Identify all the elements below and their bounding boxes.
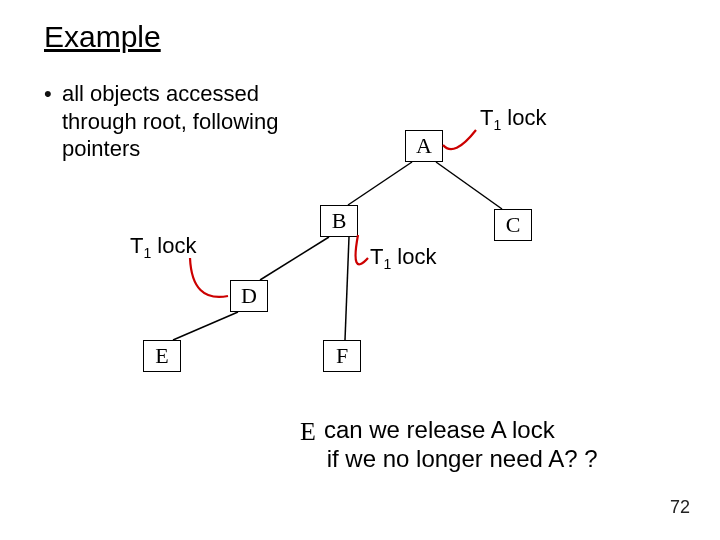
- tree-node-e: E: [143, 340, 181, 372]
- lock-label-d: T1 lock: [130, 233, 197, 261]
- svg-line-0: [348, 162, 412, 205]
- bullet-text: all objects accessed through root, follo…: [62, 80, 292, 163]
- tree-node-f: F: [323, 340, 361, 372]
- page-title: Example: [44, 20, 161, 54]
- tree-node-a: A: [405, 130, 443, 162]
- bullet-item: •all objects accessed through root, foll…: [44, 80, 304, 163]
- lock-label-b: T1 lock: [370, 244, 437, 272]
- slide: { "title": "Example", "bullet": { "marke…: [0, 0, 720, 540]
- question-line-1: can we release A lock: [324, 416, 555, 443]
- svg-line-3: [345, 237, 349, 340]
- lock-label-a: T1 lock: [480, 105, 547, 133]
- tree-node-b: B: [320, 205, 358, 237]
- pointing-hand-icon: E: [300, 417, 316, 447]
- bullet-marker: •: [44, 80, 62, 108]
- tree-node-d: D: [230, 280, 268, 312]
- question-line-2: if we no longer need A? ?: [327, 445, 598, 472]
- svg-line-1: [436, 162, 502, 209]
- question-text: Ecan we release A lock if we no longer n…: [300, 415, 598, 473]
- svg-line-4: [173, 312, 238, 340]
- svg-line-2: [260, 237, 329, 280]
- tree-node-c: C: [494, 209, 532, 241]
- page-number: 72: [670, 497, 690, 518]
